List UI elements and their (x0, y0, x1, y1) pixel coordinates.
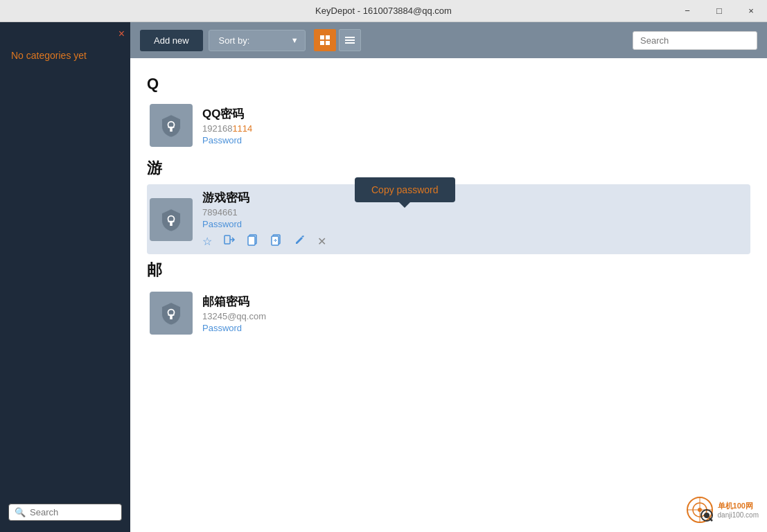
login-action-button[interactable] (223, 233, 236, 249)
entry-username-game: 7894661 (202, 207, 326, 218)
svg-rect-12 (168, 220, 175, 222)
copy-username-button[interactable] (247, 233, 259, 249)
sort-container: Sort by: ▼ (209, 30, 306, 51)
login-icon (223, 233, 236, 246)
watermark-icon (686, 496, 714, 524)
svg-rect-13 (224, 236, 230, 244)
no-categories-label: No categories yet (0, 22, 130, 72)
copy-password-icon (270, 233, 283, 246)
edit-icon (294, 233, 306, 246)
delete-action-button[interactable]: ✕ (317, 235, 326, 248)
main-content: Add new Sort by: ▼ (130, 22, 767, 532)
entry-type-qq: Password (202, 135, 252, 145)
titlebar-controls: − □ × (671, 0, 767, 21)
svg-rect-2 (320, 41, 324, 45)
entry-info-qq: QQ密码 1921681114 Password (202, 106, 252, 145)
svg-rect-9 (168, 127, 175, 128)
entry-icon-qq (150, 104, 193, 147)
svg-rect-4 (345, 37, 355, 38)
close-button[interactable]: × (735, 0, 767, 22)
list-view-button[interactable] (339, 29, 361, 51)
svg-rect-11 (170, 222, 173, 225)
entry-name-email: 邮箱密码 (202, 294, 266, 310)
entry-type-email: Password (202, 323, 266, 333)
svg-rect-6 (345, 42, 355, 44)
svg-rect-15 (248, 236, 255, 245)
titlebar: KeyDepot - 1610073884@qq.com − □ × (0, 0, 767, 22)
entry-info-email: 邮箱密码 13245@qq.com Password (202, 294, 266, 333)
content-area: Q QQ密码 1921681114 Password 游 (130, 58, 767, 532)
section-header-email: 邮 (147, 260, 750, 281)
entry-name-qq: QQ密码 (202, 106, 252, 122)
entry-icon-game (150, 198, 193, 241)
watermark: 单机100网 danji100.com (686, 496, 759, 524)
sidebar-search-input[interactable] (30, 507, 116, 517)
entry-username-email: 13245@qq.com (202, 311, 266, 321)
svg-rect-1 (326, 35, 330, 39)
sort-dropdown[interactable]: Sort by: (209, 30, 306, 51)
maximize-button[interactable]: □ (703, 0, 735, 22)
entry-name-game: 游戏密码 (202, 190, 326, 206)
svg-point-27 (704, 513, 709, 518)
entry-game-password[interactable]: Copy password 游戏密码 7894661 Password (147, 184, 750, 254)
entry-email-password[interactable]: 邮箱密码 13245@qq.com Password (147, 286, 750, 340)
sidebar-search-container: 🔍 (8, 504, 122, 521)
sidebar-search-icon: 🔍 (15, 507, 26, 517)
svg-rect-0 (320, 35, 324, 39)
add-new-button[interactable]: Add new (140, 30, 203, 51)
svg-rect-3 (326, 41, 330, 45)
shield-icon (159, 113, 184, 138)
entry-icon-email (150, 292, 193, 335)
shield-icon-email (159, 301, 184, 326)
svg-rect-5 (345, 39, 355, 41)
star-action-button[interactable]: ☆ (202, 235, 212, 248)
app-container: × No categories yet 🔍 Add new Sort by: ▼ (0, 22, 767, 532)
entry-type-game: Password (202, 219, 326, 229)
view-toggle (314, 29, 361, 51)
shield-icon-game (159, 207, 184, 232)
toolbar: Add new Sort by: ▼ (130, 22, 767, 58)
entry-username-qq: 1921681114 (202, 123, 252, 134)
grid-view-button[interactable] (314, 29, 336, 51)
main-search-input[interactable] (640, 35, 750, 46)
entry-info-game: 游戏密码 7894661 Password ☆ (202, 190, 326, 249)
svg-rect-20 (168, 314, 175, 316)
watermark-text: 单机100网 (718, 501, 759, 511)
sidebar-close-button[interactable]: × (118, 28, 125, 40)
svg-rect-19 (170, 316, 173, 319)
sidebar: × No categories yet 🔍 (0, 22, 130, 532)
edit-action-button[interactable] (294, 233, 306, 249)
tooltip-container: Copy password (355, 177, 455, 202)
titlebar-title: KeyDepot - 1610073884@qq.com (315, 6, 452, 16)
grid-icon (319, 35, 330, 46)
svg-rect-8 (170, 128, 173, 132)
action-icons: ☆ (202, 233, 326, 249)
main-search-container (633, 31, 757, 50)
copy-password-tooltip: Copy password (355, 177, 455, 202)
minimize-button[interactable]: − (671, 0, 703, 22)
copy-username-icon (247, 233, 259, 246)
copy-password-button[interactable] (270, 233, 283, 249)
entry-qq-password[interactable]: QQ密码 1921681114 Password (147, 98, 750, 152)
watermark-subtext: danji100.com (718, 511, 759, 519)
section-header-q: Q (147, 75, 750, 93)
section-header-you: 游 (147, 158, 750, 179)
list-icon (344, 35, 355, 46)
